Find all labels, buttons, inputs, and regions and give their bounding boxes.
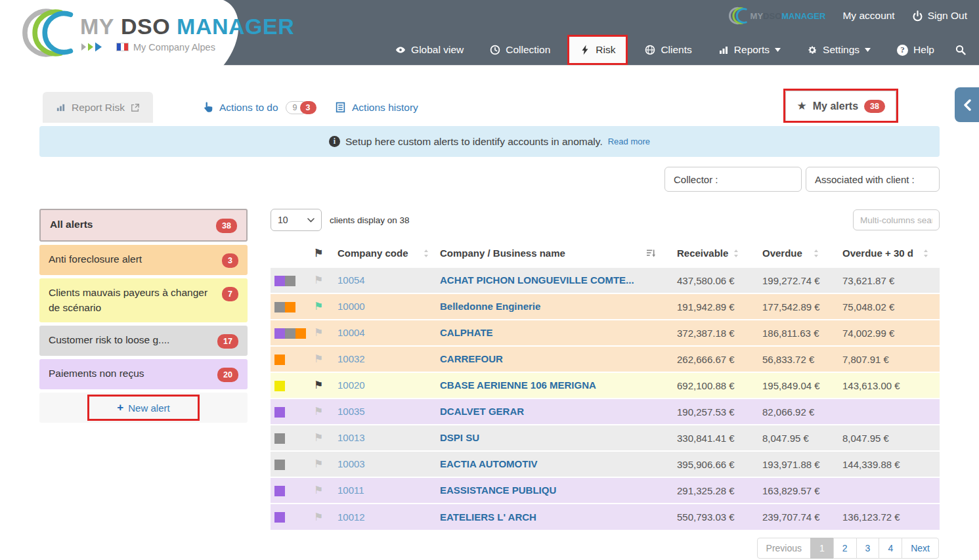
sidebar-item-customer-risk[interactable]: Customer risk to loose g.... 17 [39,326,248,356]
purple-status-chip [274,276,285,286]
company-name-link[interactable]: CBASE AERIENNE 106 MERIGNA [440,379,596,391]
pagination-page-2[interactable]: 2 [833,538,857,559]
table-row[interactable]: ⚑ 10003 EACTIA AUTOMOTIV 395,906.66 € 19… [271,451,940,477]
table-row[interactable]: ⚑ 10011 EASSISTANCE PUBLIQU 291,325.28 €… [271,477,940,504]
nav-search-button[interactable] [951,35,970,65]
flag-icon[interactable]: ⚑ [314,301,323,312]
nav-clients[interactable]: Clients [636,35,701,65]
tab-actions-to-do[interactable]: Actions to do 9 3 [202,92,316,123]
receivable-header[interactable]: Receivable [664,242,750,267]
read-more-link[interactable]: Read more [608,137,650,146]
company-name-link[interactable]: Belledonne Enginerie [440,301,540,312]
company-code-link[interactable]: 10013 [337,432,365,443]
company-code-link[interactable]: 10035 [337,406,365,417]
pagination-page-4[interactable]: 4 [879,538,902,559]
pagination-previous[interactable]: Previous [757,538,811,559]
company-name-link[interactable]: EASSISTANCE PUBLIQU [440,485,556,496]
table-row[interactable]: ⚑ 10013 DSPI SU 330,841.41 € 8,047.95 € … [271,425,940,451]
company-code-link[interactable]: 10011 [337,485,364,496]
sidebar-item-anti-foreclosure[interactable]: Anti foreclosure alert 3 [39,245,248,275]
flag-icon[interactable]: ⚑ [314,432,323,443]
nav-settings[interactable]: Settings [798,35,880,65]
pagination-next[interactable]: Next [902,538,939,559]
company-code-link[interactable]: 10004 [337,327,365,338]
my-account-link[interactable]: My account [842,10,894,22]
receivable-value: 330,841.41 € [664,425,750,451]
associated-client-filter[interactable]: Associated with client : [806,167,940,192]
bolt-icon [580,45,590,55]
brand-logo[interactable]: MY DSO MANAGER My Company Alpes [20,5,294,60]
sort-icon[interactable] [422,249,431,258]
overdue-header[interactable]: Overdue [750,242,830,267]
page-size-select[interactable]: 10 [271,209,322,231]
nav-reports[interactable]: Reports [709,35,790,65]
flag-icon[interactable]: ⚑ [314,485,323,496]
table-row[interactable]: ⚑ 10000 Belledonne Enginerie 191,942.89 … [271,293,940,320]
overdue-30d-value [830,398,940,425]
table-row[interactable]: ⚑ 10020 CBASE AERIENNE 106 MERIGNA 692,1… [271,372,940,398]
nav-risk[interactable]: Risk [567,35,628,65]
collapse-panel-button[interactable] [955,87,979,122]
brand-manager: MANAGER [781,11,825,21]
tab-my-alerts[interactable]: ★ My alerts 38 [785,91,896,121]
pagination-page-3[interactable]: 3 [856,538,880,559]
table-row[interactable]: ⚑ 10035 DCALVET GERAR 190,257.53 € 82,06… [271,398,940,425]
flag-icon[interactable]: ⚑ [314,327,323,338]
company-code-link[interactable]: 10020 [337,379,365,391]
table-row[interactable]: ⚑ 10012 EATELIERS L' ARCH 550,793.03 € 2… [271,504,940,530]
company-name-link[interactable]: DCALVET GERAR [440,406,524,417]
flag-icon[interactable]: ⚑ [314,511,323,523]
multi-columns-search-input[interactable] [853,209,940,230]
sort-icon[interactable] [812,249,821,258]
flag-icon[interactable]: ⚑ [314,274,323,286]
table-row[interactable]: ⚑ 10054 ACHAT PICHON LONGUEVILLE COMTE..… [271,267,940,293]
company-name-link[interactable]: DSPI SU [440,432,479,443]
company-code-link[interactable]: 10000 [337,301,365,312]
company-name-header[interactable]: Company / Business name [440,242,664,267]
sort-icon[interactable] [732,249,741,258]
collector-filter[interactable]: Collector : [664,167,802,192]
overdue-30d-header[interactable]: Overdue + 30 d [830,242,940,267]
table-row[interactable]: ⚑ 10032 CARREFOUR 262,666.67 € 56,833.72… [271,346,940,372]
company-code-link[interactable]: 10054 [337,274,365,286]
nav-label: Risk [596,44,615,56]
sidebar-item-all-alerts[interactable]: All alerts 38 [39,209,248,242]
star-icon: ★ [796,99,806,113]
sort-icon[interactable] [922,249,930,258]
company-code-link[interactable]: 10012 [337,511,365,523]
tab-label: My alerts [813,100,858,112]
nav-help[interactable]: ? Help [888,35,944,65]
company-name-link[interactable]: CARREFOUR [440,353,503,364]
caret-down-icon [865,48,871,52]
company-code-header[interactable]: Company code [337,242,440,267]
flag-icon[interactable]: ⚑ [314,379,323,391]
tab-actions-history[interactable]: Actions history [335,92,418,123]
new-alert-button[interactable]: + New alert [87,395,199,421]
flag-icon[interactable]: ⚑ [314,353,323,364]
company-code-link[interactable]: 10003 [337,458,365,469]
sign-out-link[interactable]: Sign Out [912,10,967,22]
sidebar-item-paiements-non-recus[interactable]: Paiements non reçus 20 [39,359,248,389]
flag-column-header[interactable]: ⚑ [314,242,337,267]
nav-collection[interactable]: Collection [481,35,559,65]
company-name-link[interactable]: EACTIA AUTOMOTIV [440,458,538,469]
tab-report-risk[interactable]: Report Risk [43,92,153,123]
sign-out-label: Sign Out [928,10,967,22]
table-row[interactable]: ⚑ 10004 CALPHATE 372,387.18 € 186,811.63… [271,320,940,346]
company-name-link[interactable]: CALPHATE [440,327,493,338]
flag-icon[interactable]: ⚑ [314,458,323,469]
company-name-link[interactable]: ACHAT PICHON LONGUEVILLE COMTE... [440,274,634,286]
sidebar-item-mauvais-payeurs[interactable]: Clients mauvais payeurs à changer de scé… [39,278,248,322]
mini-logo[interactable]: MYDSOMANAGER [728,6,826,26]
bar-chart-icon [718,45,729,55]
associated-client-filter-label: Associated with client : [815,174,915,185]
gray-status-chip [285,276,295,286]
alert-chips [274,458,285,469]
overdue-30d-value: 73,621.87 € [830,267,940,293]
sort-amount-icon[interactable] [647,249,655,258]
company-code-link[interactable]: 10032 [337,353,365,364]
pagination-page-1[interactable]: 1 [810,538,834,559]
nav-global-view[interactable]: Global view [386,35,473,65]
flag-icon[interactable]: ⚑ [314,406,323,417]
company-name-link[interactable]: EATELIERS L' ARCH [440,511,536,523]
